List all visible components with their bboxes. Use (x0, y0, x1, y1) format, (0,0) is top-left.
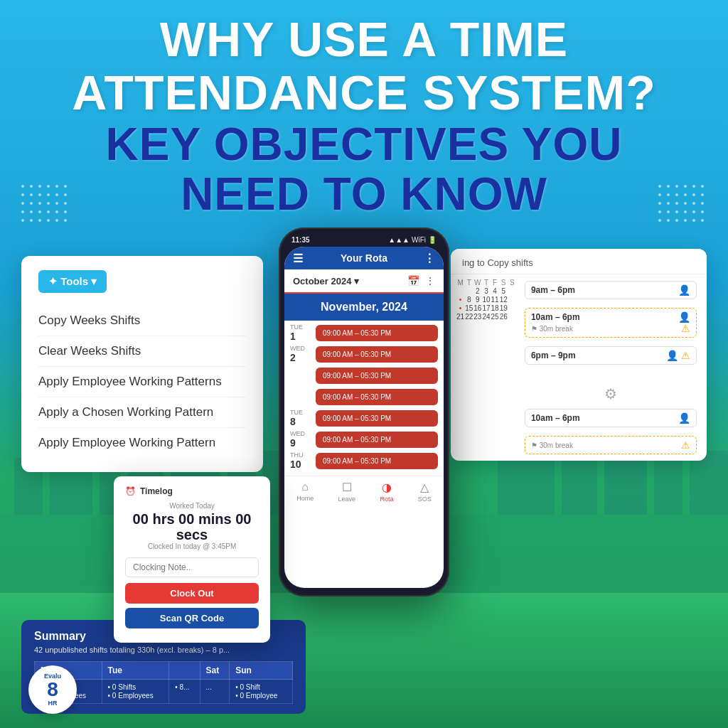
phone-app-bar: ☰ Your Rota ⋮ (284, 247, 444, 269)
tools-button[interactable]: ✦ Tools ▾ (38, 270, 107, 293)
leave-icon: ☐ (342, 481, 352, 494)
menu-item-apply-pattern[interactable]: Apply Employee Working Pattern (38, 428, 246, 458)
warning-icon: ⚠ (681, 323, 690, 334)
col-sat: Sat (200, 662, 230, 680)
timelog-clocked-note: Clocked In today @ 3:45PM (125, 542, 259, 550)
person-icon-3: 👤 (666, 350, 678, 361)
nav-sos[interactable]: △ SOS (418, 481, 432, 503)
shift-card-4: 10am – 6pm 👤 (525, 409, 697, 427)
header-section: WHY USE A TIME ATTENDANCE SYSTEM? KEY OB… (0, 13, 728, 219)
person-icon-4: 👤 (678, 412, 690, 424)
person-icon-2: 👤 (678, 311, 690, 323)
logo-number: 8 (47, 680, 58, 700)
list-item: TUE 1 09:00 AM – 05:30 PM (290, 323, 438, 343)
timelog-popup: ⏰ Timelog Worked Today 00 hrs 00 mins 00… (114, 476, 270, 643)
more-icon[interactable]: ⋮ (425, 275, 435, 287)
warning-icon-2: ⚠ (681, 350, 690, 361)
warning-icon-3: ⚠ (681, 439, 690, 451)
timelog-title: ⏰ Timelog (125, 486, 259, 496)
menu-item-clear[interactable]: Clear Weeks Shifts (38, 336, 246, 367)
rota-icon: ◑ (382, 481, 392, 494)
calendar-icon[interactable]: 📅 (407, 275, 419, 287)
scan-qr-button[interactable]: Scan QR Code (125, 608, 259, 628)
timelog-worked-label: Worked Today (125, 502, 259, 510)
phone-mockup: 11:35 ▲▲▲ WiFi 🔋 ☰ Your Rota ⋮ October 2… (279, 228, 449, 596)
timelog-time-display: 00 hrs 00 mins 00 secs (125, 511, 259, 542)
timelog-note-input[interactable] (125, 557, 259, 577)
cell-mid: • 8... (169, 680, 200, 704)
headline-line1: WHY USE A TIME (28, 13, 700, 66)
sos-icon: △ (420, 481, 429, 494)
phone-status-bar: 11:35 ▲▲▲ WiFi 🔋 (284, 236, 444, 247)
menu-item-apply-employee[interactable]: Apply Employee Working Patterns (38, 367, 246, 397)
shift-card-5: ⚑ 30m break ⚠ (525, 436, 697, 454)
calendar-header: ing to Copy shifts (451, 249, 707, 274)
nav-home[interactable]: ⌂ Home (296, 481, 314, 503)
menu-item-copy[interactable]: Copy Weeks Shifts (38, 306, 246, 336)
cell-sat: ... (200, 680, 230, 704)
phone-calendar-header: November, 2024 (284, 294, 444, 321)
phone-date-bar[interactable]: October 2024 ▾ 📅 ⋮ (284, 269, 444, 294)
phone-date-selector[interactable]: October 2024 ▾ (293, 276, 359, 287)
logo: Evalu 8 HR (28, 665, 77, 714)
clockout-button[interactable]: Clock Out (125, 583, 259, 604)
list-item: TUE 8 09:00 AM – 05:30 PM (290, 409, 438, 428)
phone-bottom-nav: ⌂ Home ☐ Leave ◑ Rota △ SOS (284, 476, 444, 507)
calendar-panel: ing to Copy shifts M T W T F S S 2 3 (451, 249, 707, 461)
logo-text-bottom: HR (48, 700, 58, 707)
clock-icon: ⏰ (125, 486, 136, 496)
shift-card-2: 10am – 6pm 👤 ⚑ 30m break ⚠ (525, 308, 697, 338)
cell-tue: • 0 Shifts • 0 Employees (102, 680, 169, 704)
phone-shifts-list: TUE 1 09:00 AM – 05:30 PM WED 2 (284, 321, 444, 476)
headline-line4: NEED TO KNOW (28, 169, 700, 219)
list-item: WED 9 09:00 AM – 05:30 PM (290, 430, 438, 449)
content-area: ✦ Tools ▾ Copy Weeks Shifts Clear Weeks … (21, 235, 707, 728)
list-item: WED 2 09:00 AM – 05:30 PM (290, 345, 438, 364)
home-icon: ⌂ (301, 481, 309, 493)
col-tue: Tue (102, 662, 169, 680)
list-item: 09:00 AM – 05:30 PM (290, 387, 438, 407)
phone-title: Your Rota (341, 252, 387, 264)
summary-subtitle: 42 unpublished shifts totaling 330h (exc… (34, 646, 293, 654)
menu-item-apply-chosen[interactable]: Apply a Chosen Working Pattern (38, 397, 246, 428)
headline-line2: ATTENDANCE SYSTEM? (28, 66, 700, 119)
tools-panel: ✦ Tools ▾ Copy Weeks Shifts Clear Weeks … (21, 256, 263, 472)
phone-screen: ☰ Your Rota ⋮ October 2024 ▾ 📅 ⋮ Novembe… (284, 247, 444, 588)
list-item: THU 10 09:00 AM – 05:30 PM (290, 451, 438, 471)
list-item: 09:00 AM – 05:30 PM (290, 366, 438, 385)
nav-rota[interactable]: ◑ Rota (380, 481, 393, 503)
col-sun: Sun (230, 662, 293, 680)
person-icon: 👤 (678, 284, 690, 296)
headline-line3: KEY OBJECTIVES YOU (28, 119, 700, 169)
nav-leave[interactable]: ☐ Leave (338, 481, 356, 503)
cell-sun: • 0 Shift • 0 Employee (230, 680, 293, 704)
shift-card-3: 6pm – 9pm 👤 ⚠ (525, 346, 697, 365)
col-mid (169, 662, 200, 680)
shift-card-1: 9am – 6pm 👤 (525, 281, 697, 299)
